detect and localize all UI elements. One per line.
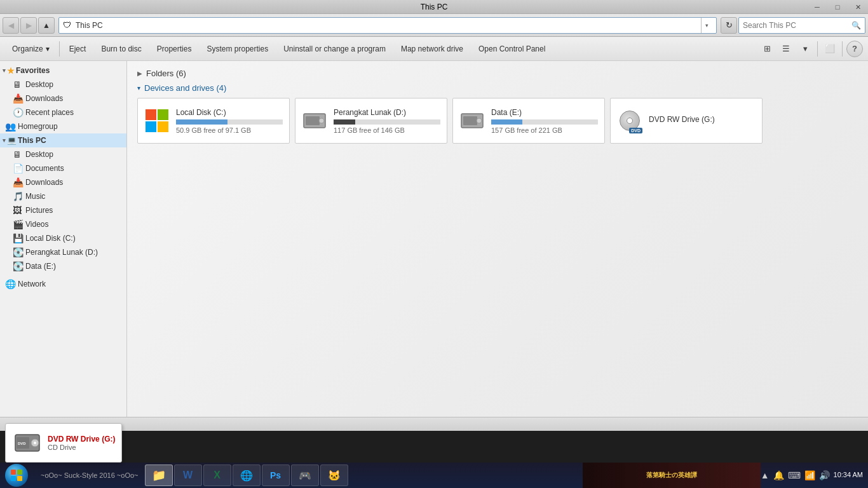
sidebar-item-desktop[interactable]: 🖥 Desktop (0, 78, 126, 92)
sidebar-item-music[interactable]: 🎵 Music (0, 189, 126, 203)
taskbar-right-area: ▲ 🔔 ⌨ 📶 🔊 10:34 AM (761, 470, 868, 480)
sidebar-item-downloads[interactable]: 📥 Downloads (0, 92, 126, 105)
dvd-popup-text: DVD RW Drive (G:) CD Drive (48, 435, 115, 451)
taskbar-word[interactable]: W (174, 464, 202, 486)
close-button[interactable]: ✕ (848, 0, 868, 14)
help-button[interactable]: ? (846, 41, 863, 57)
system-properties-button[interactable]: System properties (200, 39, 275, 58)
dvd-icon-wrap: DVD (618, 109, 641, 132)
content-area: ▶ Folders (6) ▾ Devices and drives (4) (127, 61, 868, 417)
control-panel-button[interactable]: Open Control Panel (471, 39, 552, 58)
svg-rect-7 (17, 470, 22, 475)
taskbar-app6[interactable]: 🐱 (320, 464, 348, 486)
sidebar-item-documents[interactable]: 📄 Documents (0, 161, 126, 175)
window-title: This PC (421, 3, 448, 11)
this-pc-group[interactable]: ▾ 💻 This PC (0, 133, 126, 147)
ps-icon: Ps (270, 470, 281, 480)
preview-pane-button[interactable]: ⬜ (822, 41, 838, 57)
minimize-button[interactable]: ─ (807, 0, 827, 14)
action-center-icon[interactable]: 🔔 (773, 470, 784, 480)
up-button[interactable]: ▲ (38, 17, 55, 34)
videos-icon: 🎬 (13, 219, 23, 229)
search-icon: 🔍 (851, 21, 861, 30)
sidebar-item-homegroup[interactable]: 👥 Homegroup (0, 119, 126, 133)
network-status-icon[interactable]: 📶 (804, 470, 815, 480)
taskbar-chrome[interactable]: 🌐 (233, 464, 261, 486)
main-layout: ▾ ★ Favorites 🖥 Desktop 📥 Downloads 🕐 Re… (0, 61, 868, 417)
windows-orb-icon (10, 469, 23, 482)
view-dropdown[interactable]: ▾ (797, 41, 813, 57)
word-icon: W (183, 470, 193, 481)
sidebar-item-data-e[interactable]: 💽 Data (E:) (0, 259, 126, 273)
dvd-popup-subtitle: CD Drive (48, 444, 115, 451)
sidebar-item-network[interactable]: 🌐 Network (0, 277, 126, 291)
devices-label: Devices and drives (4) (144, 83, 226, 93)
organize-button[interactable]: Organize ▾ (5, 39, 57, 58)
refresh-button[interactable]: ↻ (721, 17, 737, 34)
svg-rect-1 (306, 116, 320, 125)
network-icon: 🌐 (5, 279, 15, 289)
maximize-button[interactable]: □ (827, 0, 848, 14)
sidebar-item-pictures[interactable]: 🖼 Pictures (0, 203, 126, 217)
svg-rect-8 (11, 476, 16, 481)
taskbar: ~oOo~ Suck-Style 2016 ~oOo~ 📁 W X 🌐 Ps 🎮… (0, 463, 868, 488)
drive-d-bar-bg (334, 119, 440, 125)
system-clock[interactable]: 10:34 AM (834, 470, 863, 480)
drive-c-icon (144, 108, 170, 133)
volume-icon[interactable]: 🔊 (819, 470, 830, 480)
drive-d-bar-fill (334, 119, 355, 125)
view-button-alt[interactable]: ☰ (778, 41, 794, 57)
drive-c-name: Local Disk (C:) (176, 108, 283, 117)
taskbar-photoshop[interactable]: Ps (262, 464, 290, 486)
drive-e-bar-bg (491, 119, 598, 125)
address-dropdown-arrow[interactable]: ▾ (701, 18, 712, 33)
view-button[interactable]: ⊞ (759, 41, 775, 57)
eject-button[interactable]: Eject (62, 39, 93, 58)
folders-label: Folders (6) (146, 69, 186, 78)
sidebar-item-downloads2[interactable]: 📥 Downloads (0, 175, 126, 189)
keyboard-icon[interactable]: ⌨ (788, 470, 801, 480)
sidebar-item-videos[interactable]: 🎬 Videos (0, 217, 126, 231)
taskbar-file-explorer[interactable]: 📁 (145, 464, 173, 486)
anime-svg (665, 150, 868, 417)
uninstall-button[interactable]: Uninstall or change a program (276, 39, 393, 58)
drive-item-e[interactable]: Data (E:) 157 GB free of 221 GB (452, 98, 605, 144)
app5-icon: 🎮 (299, 470, 311, 482)
show-hidden-icon[interactable]: ▲ (761, 470, 770, 480)
drive-c-bar-bg (176, 119, 283, 125)
drive-d-info: Perangkat Lunak (D:) 117 GB free of 146 … (334, 108, 440, 134)
toolbar-sep-3 (842, 41, 843, 57)
taskbar-excel[interactable]: X (203, 464, 231, 486)
folders-section-header[interactable]: ▶ Folders (6) (137, 69, 858, 78)
drive-e-name: Data (E:) (491, 108, 598, 117)
search-input[interactable] (743, 21, 851, 30)
favorites-star-icon: ★ (7, 66, 15, 76)
address-box[interactable]: 🛡 This PC ▾ (58, 17, 717, 34)
start-button[interactable] (0, 463, 33, 488)
desktop-icon: 🖥 (13, 79, 23, 90)
search-box[interactable]: 🔍 (738, 17, 865, 34)
music-icon: 🎵 (13, 191, 23, 201)
drive-item-d[interactable]: Perangkat Lunak (D:) 117 GB free of 146 … (295, 98, 447, 144)
dvd-popup-svg: DVD (14, 430, 41, 456)
taskbar-app5[interactable]: 🎮 (291, 464, 319, 486)
properties-button[interactable]: Properties (150, 39, 199, 58)
drive-c-info: Local Disk (C:) 50.9 GB free of 97.1 GB (176, 108, 283, 134)
map-drive-button[interactable]: Map network drive (394, 39, 470, 58)
drive-item-c[interactable]: Local Disk (C:) 50.9 GB free of 97.1 GB (137, 98, 290, 144)
downloads-icon: 📥 (13, 93, 23, 104)
sidebar-item-perangkat-d[interactable]: 💽 Perangkat Lunak (D:) (0, 245, 126, 259)
drive-c-size: 50.9 GB free of 97.1 GB (176, 126, 283, 134)
statusbar (0, 417, 868, 431)
burn-button[interactable]: Burn to disc (94, 39, 148, 58)
sidebar-item-local-disk-c[interactable]: 💾 Local Disk (C:) (0, 231, 126, 245)
sidebar-item-desktop2[interactable]: 🖥 Desktop (0, 147, 126, 161)
chrome-icon: 🌐 (240, 470, 253, 482)
back-button[interactable]: ◀ (3, 17, 19, 34)
devices-section-header[interactable]: ▾ Devices and drives (4) (137, 83, 858, 93)
sidebar-item-recent[interactable]: 🕐 Recent places (0, 105, 126, 119)
excel-icon: X (214, 470, 220, 481)
forward-button[interactable]: ▶ (20, 17, 37, 34)
drive-item-g[interactable]: DVD DVD RW Drive (G:) (610, 98, 763, 144)
favorites-group[interactable]: ▾ ★ Favorites (0, 64, 126, 78)
